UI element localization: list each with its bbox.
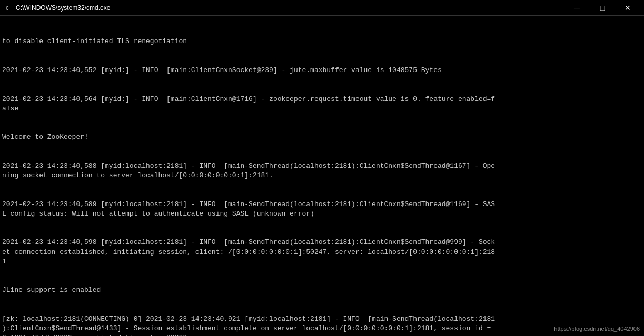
- terminal-line: Welcome to ZooKeeper!: [2, 133, 642, 142]
- cmd-icon: C: [4, 4, 13, 12]
- terminal-line: 2021-02-23 14:23:40,588 [myid:localhost:…: [2, 161, 642, 180]
- terminal-line: to disable client-initiated TLS renegoti…: [2, 37, 642, 46]
- terminal-line: 2021-02-23 14:23:40,589 [myid:localhost:…: [2, 200, 642, 219]
- terminal-line: 2021-02-23 14:23:40,564 [myid:] - INFO […: [2, 95, 642, 114]
- terminal-output[interactable]: to disable client-initiated TLS renegoti…: [0, 16, 644, 336]
- close-button[interactable]: ✕: [616, 0, 640, 16]
- window-controls: ─ □ ✕: [565, 0, 640, 16]
- minimize-button[interactable]: ─: [565, 0, 589, 16]
- maximize-button[interactable]: □: [590, 0, 615, 16]
- window-title: C:\WINDOWS\system32\cmd.exe: [16, 4, 565, 12]
- terminal-line: JLine support is enabled: [2, 286, 642, 295]
- terminal-line: [zk: localhost:2181(CONNECTING) 0] 2021-…: [2, 314, 642, 336]
- terminal-line: 2021-02-23 14:23:40,552 [myid:] - INFO […: [2, 66, 642, 75]
- watermark: https://blog.csdn.net/qq_4042906: [554, 325, 640, 332]
- terminal-line: 2021-02-23 14:23:40,598 [myid:localhost:…: [2, 238, 642, 267]
- title-bar: C C:\WINDOWS\system32\cmd.exe ─ □ ✕: [0, 0, 644, 16]
- cmd-window: C C:\WINDOWS\system32\cmd.exe ─ □ ✕ to d…: [0, 0, 644, 336]
- svg-text:C: C: [6, 6, 9, 12]
